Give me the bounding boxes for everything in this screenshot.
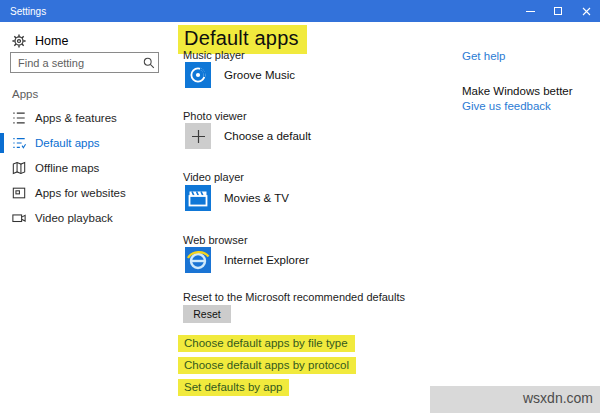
internet-explorer-icon [185, 247, 211, 273]
sidebar-item-label: Default apps [35, 137, 100, 149]
movies-tv-icon [185, 185, 211, 211]
sidebar-item-default-apps[interactable]: Default apps [0, 133, 170, 153]
minimize-icon [526, 11, 535, 12]
sidebar-item-home[interactable]: Home [12, 34, 68, 48]
default-app-web-browser[interactable]: Internet Explorer [185, 247, 309, 273]
sidebar-item-offline-maps[interactable]: Offline maps [0, 158, 170, 178]
window-title: Settings [10, 6, 46, 17]
titlebar: Settings [0, 0, 600, 22]
category-label-web-browser: Web browser [183, 234, 248, 246]
default-app-video-player[interactable]: Movies & TV [185, 185, 289, 211]
app-name: Internet Explorer [224, 254, 309, 266]
close-button[interactable] [572, 0, 600, 22]
reset-button[interactable]: Reset [183, 305, 231, 323]
app-name: Groove Music [224, 69, 295, 81]
link-choose-by-file-type[interactable]: Choose default apps by file type [178, 335, 355, 352]
maximize-icon [554, 7, 562, 15]
category-label-video-player: Video player [183, 171, 244, 183]
sidebar-section-apps: Apps [12, 88, 38, 100]
sidebar-item-apps-for-websites[interactable]: Apps for websites [0, 183, 170, 203]
default-app-music-player[interactable]: Groove Music [185, 62, 295, 88]
default-apps-icon [12, 136, 27, 150]
link-set-defaults-by-app[interactable]: Set defaults by app [178, 379, 289, 396]
sidebar-item-video-playback[interactable]: Video playback [0, 208, 170, 228]
category-label-photo-viewer: Photo viewer [183, 110, 247, 122]
watermark: wsxdn.com [523, 390, 593, 406]
app-name: Choose a default [224, 130, 311, 142]
apps-features-icon [12, 111, 27, 125]
plus-icon [185, 123, 211, 149]
sidebar-item-label: Apps for websites [35, 187, 126, 199]
search-icon[interactable] [143, 57, 155, 69]
home-label: Home [35, 34, 68, 48]
search-input[interactable] [11, 57, 140, 69]
gear-icon [12, 34, 26, 48]
search-box[interactable] [10, 52, 159, 73]
get-help-link[interactable]: Get help [462, 50, 505, 62]
link-choose-by-protocol[interactable]: Choose default apps by protocol [178, 357, 356, 374]
page-title: Default apps [184, 27, 299, 49]
apps-for-websites-icon [12, 186, 27, 200]
video-camera-icon [12, 211, 27, 225]
app-name: Movies & TV [224, 192, 289, 204]
close-icon [582, 7, 591, 16]
window-controls [516, 0, 600, 22]
reset-description: Reset to the Microsoft recommended defau… [183, 291, 405, 303]
maximize-button[interactable] [544, 0, 572, 22]
sidebar-item-label: Video playback [35, 212, 113, 224]
groove-music-icon [185, 62, 211, 88]
map-icon [12, 161, 27, 175]
sidebar-item-apps-and-features[interactable]: Apps & features [0, 108, 170, 128]
minimize-button[interactable] [516, 0, 544, 22]
default-app-photo-viewer[interactable]: Choose a default [185, 123, 311, 149]
category-label-music-player: Music player [183, 49, 245, 61]
give-feedback-link[interactable]: Give us feedback [462, 100, 551, 112]
make-windows-better-label: Make Windows better [462, 85, 573, 97]
sidebar-item-label: Offline maps [35, 162, 99, 174]
sidebar-item-label: Apps & features [35, 112, 117, 124]
